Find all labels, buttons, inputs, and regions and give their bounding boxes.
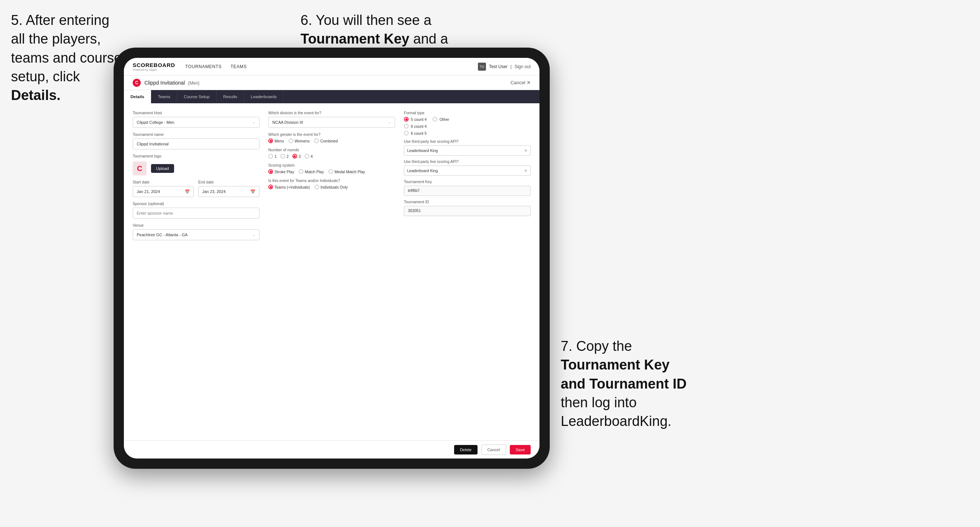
- venue-select[interactable]: Peachtree GC - Atlanta - GA ⌄: [133, 229, 259, 240]
- sponsor-label: Sponsor (optional): [133, 202, 259, 206]
- radio-5count4[interactable]: [404, 117, 409, 122]
- scoring-match[interactable]: Match Play: [299, 169, 324, 174]
- division-select[interactable]: NCAA Division III ⌄: [268, 117, 395, 128]
- tournament-logo-group: Tournament logo C Upload: [133, 154, 259, 175]
- tournament-host-select[interactable]: Clippd College - Men ⌄: [133, 117, 259, 128]
- format-6count5[interactable]: 6 count 5: [404, 131, 426, 135]
- form-col-left: Tournament Host Clippd College - Men ⌄ T…: [133, 111, 259, 240]
- round-4[interactable]: 4: [305, 154, 313, 159]
- division-label: Which division is the event for?: [268, 111, 395, 115]
- live-scoring-input2[interactable]: Leaderboard King ✕: [404, 165, 531, 176]
- bottom-bar: Delete Cancel Save: [124, 440, 539, 459]
- logo-preview: C: [133, 162, 146, 175]
- dates-group: Start date Jan 21, 2024 📅 End date Jan 2…: [133, 180, 259, 197]
- scoring-radio-group: Stroke Play Match Play Medal Match Play: [268, 169, 395, 174]
- radio-round3[interactable]: [293, 154, 297, 159]
- radio-round2[interactable]: [280, 154, 285, 159]
- format-label: Format type: [404, 111, 531, 115]
- format-5count4[interactable]: 5 count 4: [404, 117, 426, 122]
- tag-remove-1[interactable]: ✕: [524, 148, 527, 153]
- gender-group: Which gender is the event for? Mens Wome…: [268, 132, 395, 143]
- radio-round1[interactable]: [268, 154, 273, 159]
- end-date-label: End date: [198, 180, 259, 184]
- signout-link[interactable]: |: [511, 64, 512, 69]
- navbar: SCOREBOARD Powered by clippd TOURNAMENTS…: [124, 58, 539, 75]
- venue-label: Venue: [133, 223, 259, 227]
- format-other[interactable]: Other: [433, 117, 449, 122]
- tablet-screen: SCOREBOARD Powered by clippd TOURNAMENTS…: [124, 58, 539, 459]
- live-scoring-label2: Use third-party live scoring API?: [404, 159, 531, 164]
- tag-remove-2[interactable]: ✕: [524, 168, 527, 173]
- radio-medal[interactable]: [328, 169, 333, 174]
- brand-sub: Powered by clippd: [133, 68, 175, 71]
- format-6count4[interactable]: 6 count 4: [404, 124, 426, 129]
- sponsor-group: Sponsor (optional): [133, 202, 259, 219]
- signout-label[interactable]: Sign out: [515, 64, 531, 69]
- radio-6count4[interactable]: [404, 124, 409, 129]
- gender-mens[interactable]: Mens: [268, 138, 284, 143]
- team-radio-group: Teams (+Individuals) Individuals Only: [268, 184, 395, 189]
- end-date-group: End date Jan 23, 2024 📅: [198, 180, 259, 197]
- nav-tournaments[interactable]: TOURNAMENTS: [185, 64, 222, 69]
- calendar-icon-end: 📅: [250, 189, 255, 194]
- clippd-logo: C: [133, 79, 141, 87]
- team-individuals[interactable]: Individuals Only: [315, 184, 348, 189]
- tab-details[interactable]: Details: [124, 90, 151, 103]
- start-date-label: Start date: [133, 180, 194, 184]
- format-group: Format type 5 count 4 6 count 4: [404, 111, 531, 135]
- gender-combined[interactable]: Combined: [314, 138, 338, 143]
- live-scoring-group2: Use third-party live scoring API? Leader…: [404, 159, 531, 176]
- sub-header-left: C Clippd Invitational (Men): [133, 79, 199, 87]
- end-date-input[interactable]: Jan 23, 2024 📅: [198, 186, 259, 197]
- user-avatar: TU: [478, 63, 486, 71]
- rounds-group: Number of rounds 1 2: [268, 148, 395, 159]
- start-date-input[interactable]: Jan 21, 2024 📅: [133, 186, 194, 197]
- tablet-frame: SCOREBOARD Powered by clippd TOURNAMENTS…: [114, 48, 550, 469]
- cancel-button[interactable]: Cancel: [481, 444, 506, 455]
- sponsor-input[interactable]: [133, 208, 259, 219]
- round-2[interactable]: 2: [280, 154, 289, 159]
- radio-teams[interactable]: [268, 184, 273, 189]
- gender-radio-group: Mens Womens Combined: [268, 138, 395, 143]
- tournament-key-value: b4f6b7: [404, 186, 531, 196]
- tournament-name-input[interactable]: [133, 138, 259, 149]
- tab-results[interactable]: Results: [216, 90, 244, 103]
- upload-button[interactable]: Upload: [151, 164, 174, 173]
- live-scoring-label1: Use third-party live scoring API?: [404, 139, 531, 144]
- tab-leaderboards[interactable]: Leaderboards: [244, 90, 284, 103]
- radio-match[interactable]: [299, 169, 304, 174]
- tab-teams[interactable]: Teams: [151, 90, 177, 103]
- division-arrow: ⌄: [388, 121, 391, 124]
- radio-combined[interactable]: [314, 138, 319, 143]
- gender-label: Which gender is the event for?: [268, 132, 395, 137]
- brand-title: SCOREBOARD: [133, 62, 175, 68]
- radio-stroke[interactable]: [268, 169, 273, 174]
- radio-6count5[interactable]: [404, 131, 409, 135]
- radio-womens[interactable]: [288, 138, 293, 143]
- scoring-medal[interactable]: Medal Match Play: [328, 169, 365, 174]
- date-row: Start date Jan 21, 2024 📅 End date Jan 2…: [133, 180, 259, 197]
- radio-round4[interactable]: [305, 154, 309, 159]
- team-label: Is this event for Teams and/or Individua…: [268, 178, 395, 183]
- tab-course-setup[interactable]: Course Setup: [177, 90, 216, 103]
- radio-mens[interactable]: [268, 138, 273, 143]
- tournament-name-group: Tournament name: [133, 132, 259, 149]
- nav-teams[interactable]: TEAMS: [231, 64, 247, 69]
- tournament-host-label: Tournament Host: [133, 111, 259, 115]
- team-teams[interactable]: Teams (+Individuals): [268, 184, 310, 189]
- radio-other[interactable]: [433, 117, 437, 122]
- cancel-header[interactable]: Cancel ✕: [511, 80, 531, 85]
- tabs-bar: Details Teams Course Setup Results Leade…: [124, 90, 539, 103]
- annotation-top-left: 5. After entering all the players, teams…: [11, 11, 125, 105]
- select-arrow: ⌄: [253, 121, 255, 124]
- tournament-id-group: Tournament ID 302051: [404, 200, 531, 216]
- save-button[interactable]: Save: [510, 445, 531, 454]
- gender-womens[interactable]: Womens: [288, 138, 310, 143]
- scoring-stroke[interactable]: Stroke Play: [268, 169, 294, 174]
- live-scoring-input1[interactable]: Leaderboard King ✕: [404, 145, 531, 156]
- round-3[interactable]: 3: [293, 154, 301, 159]
- round-1[interactable]: 1: [268, 154, 277, 159]
- delete-button[interactable]: Delete: [454, 445, 477, 454]
- radio-individuals[interactable]: [315, 184, 319, 189]
- start-date-group: Start date Jan 21, 2024 📅: [133, 180, 194, 197]
